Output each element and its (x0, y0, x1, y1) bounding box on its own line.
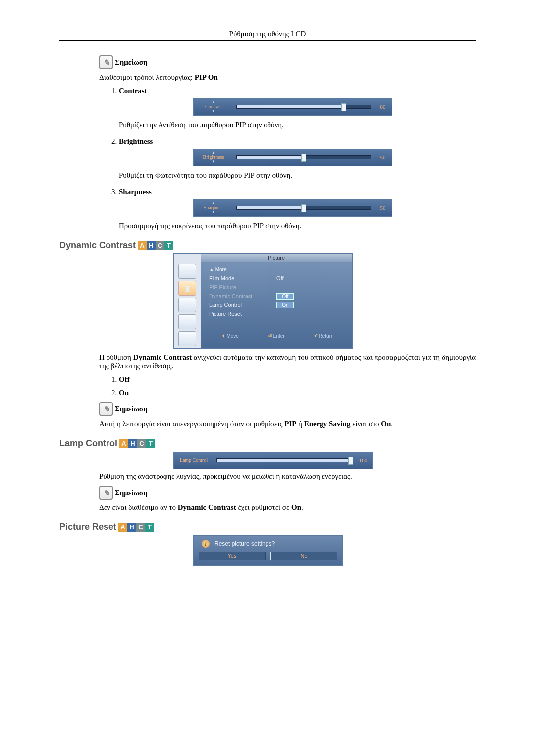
heading-text: Lamp Control (59, 438, 117, 449)
badge-t: T (146, 439, 155, 448)
osd-item-label: PIP Picture (209, 284, 273, 290)
slider-track[interactable] (236, 105, 371, 109)
footer-rule (59, 586, 476, 586)
osd-tab-sound-icon[interactable]: ◉ (178, 298, 196, 312)
note-label: Σημείωση (115, 405, 148, 413)
slider-track[interactable] (216, 458, 351, 462)
page-header: Ρύθμιση της οθόνης LCD (59, 30, 476, 38)
pencil-note-icon: ✎ (99, 55, 113, 69)
dialog-yes-button[interactable]: Yes (199, 552, 266, 560)
dc-opt-on: On (119, 389, 476, 397)
osd-item-picturereset[interactable]: Picture Reset (209, 309, 348, 318)
item-title: Contrast (119, 87, 147, 95)
badge-h: H (127, 523, 136, 532)
arrow-down-icon[interactable]: ▼ (212, 109, 215, 113)
badge-t: T (164, 241, 173, 250)
lamp-desc: Ρύθμιση της ανάστροφης λυχνίας, προκειμέ… (99, 472, 476, 481)
item-brightness: Brightness ▲ Brightness ▼ 50 (119, 137, 476, 180)
slider-track[interactable] (236, 206, 371, 210)
slider-track[interactable] (236, 155, 371, 159)
osd-item-filmmode[interactable]: Film Mode: Off (209, 274, 348, 283)
heading-text: Dynamic Contrast (59, 240, 136, 251)
heading-text: Picture Reset (59, 522, 116, 532)
slider-fill (237, 206, 304, 209)
osd-item-label: Lamp Control (209, 302, 273, 308)
badge-h: H (147, 241, 156, 250)
item-desc: Ρυθμίζει την Αντίθεση του παράθυρου PIP … (119, 121, 476, 129)
mode-badges: A H C T (119, 439, 155, 448)
osd-body: ▲ More Film Mode: Off PIP Picture Dynami… (201, 262, 352, 348)
osd-item-value: On (276, 302, 294, 308)
arrow-down-icon[interactable]: ▼ (212, 210, 215, 214)
pencil-note-icon: ✎ (99, 402, 113, 416)
footer-return: Return (319, 333, 334, 339)
slider-thumb[interactable] (301, 204, 306, 212)
info-icon: i (202, 540, 210, 548)
note-label: Σημείωση (115, 489, 148, 497)
osd-item-label: ▲ More (209, 267, 273, 272)
contrast-slider[interactable]: ▲ Contrast ▼ 80 (193, 98, 392, 116)
slider-thumb[interactable] (348, 457, 353, 465)
badge-h: H (128, 439, 137, 448)
header-rule (59, 40, 476, 41)
badge-c: C (137, 439, 146, 448)
note-label: Σημείωση (115, 58, 148, 67)
osd-item-value: Off (276, 293, 294, 300)
osd-tab-picture-icon[interactable]: ▣ (178, 281, 196, 296)
enter-icon: ⏎ (268, 333, 272, 339)
osd-tab-input-icon[interactable]: ⇄ (178, 264, 196, 279)
osd-item-dynamiccontrast[interactable]: Dynamic Contrast: Off (209, 292, 348, 301)
dialog-no-button[interactable]: No (270, 552, 337, 560)
badge-c: C (136, 523, 145, 532)
note-row: ✎ Σημείωση (99, 55, 476, 69)
slider-fill (237, 156, 304, 159)
reset-dialog: i Reset picture settings? Yes No (193, 535, 343, 566)
osd-item-pippicture: PIP Picture (209, 283, 348, 292)
dialog-question-row: i Reset picture settings? (199, 540, 337, 548)
mode-badges: A H C T (138, 241, 173, 250)
item-title: Sharpness (119, 188, 152, 196)
mode-badges: A H C T (118, 523, 154, 532)
item-desc: Προσαρμογή της ευκρίνειας του παράθυρου … (119, 222, 476, 230)
arrow-down-icon[interactable]: ▼ (212, 160, 215, 164)
brightness-slider[interactable]: ▲ Brightness ▼ 50 (193, 149, 392, 166)
slider-value: 50 (374, 205, 392, 211)
slider-fill (217, 459, 351, 462)
item-title: Brightness (119, 137, 153, 145)
slider-value: 80 (374, 104, 392, 110)
return-icon: ↶ (314, 333, 318, 339)
osd-item-value: : Off (273, 275, 348, 281)
badge-t: T (145, 523, 154, 532)
lamp-note-text: Δεν είναι διαθέσιμο αν το Dynamic Contra… (99, 504, 476, 512)
osd-item-lampcontrol[interactable]: Lamp Control: On (209, 301, 348, 309)
osd-tab-multi-icon[interactable]: ▥ (178, 331, 196, 346)
item-sharpness: Sharpness ▲ Sharpness ▼ 50 (119, 188, 476, 230)
slider-thumb[interactable] (301, 154, 306, 162)
osd-tab-setup-icon[interactable]: ⚙ (178, 314, 196, 329)
osd-item-label: Film Mode (209, 275, 273, 281)
pip-settings-list: Contrast ▲ Contrast ▼ 80 (99, 87, 476, 230)
dc-note-text: Αυτή η λειτουργία είναι απενεργοποιημένη… (99, 420, 476, 428)
footer-enter: Enter (273, 333, 285, 339)
modes-text: Διαθέσιμοι τρόποι λειτουργίας: PIP On (99, 73, 476, 82)
osd-item-label: Dynamic Contrast (209, 293, 273, 299)
item-contrast: Contrast ▲ Contrast ▼ 80 (119, 87, 476, 129)
lamp-slider[interactable]: ▲ Lamp Control ▼ 100 (173, 452, 373, 469)
badge-c: C (156, 241, 164, 250)
item-desc: Ρυθμίζει τη Φωτεινότητα του παράθυρου PI… (119, 171, 476, 180)
heading-lamp-control: Lamp Control A H C T (59, 438, 476, 449)
sharpness-slider[interactable]: ▲ Sharpness ▼ 50 (193, 199, 392, 217)
slider-value: 100 (354, 457, 372, 463)
slider-thumb[interactable] (341, 103, 346, 111)
osd-picture-menu: Picture ⇄ ▣ ◉ ⚙ ▥ ▲ More Film Mode: Off … (173, 253, 353, 349)
heading-dynamic-contrast: Dynamic Contrast A H C T (59, 240, 476, 251)
modes-prefix: Διαθέσιμοι τρόποι λειτουργίας: (99, 73, 195, 81)
osd-tabs: ⇄ ▣ ◉ ⚙ ▥ (174, 262, 201, 348)
osd-footer: ✦Move ⏎Enter ↶Return (207, 333, 348, 339)
move-icon: ✦ (221, 333, 225, 339)
osd-item-more[interactable]: ▲ More (209, 265, 348, 274)
modes-bold: PIP On (195, 73, 218, 81)
slider-fill (237, 105, 344, 108)
osd-title: Picture (201, 254, 352, 262)
badge-a: A (138, 241, 147, 250)
